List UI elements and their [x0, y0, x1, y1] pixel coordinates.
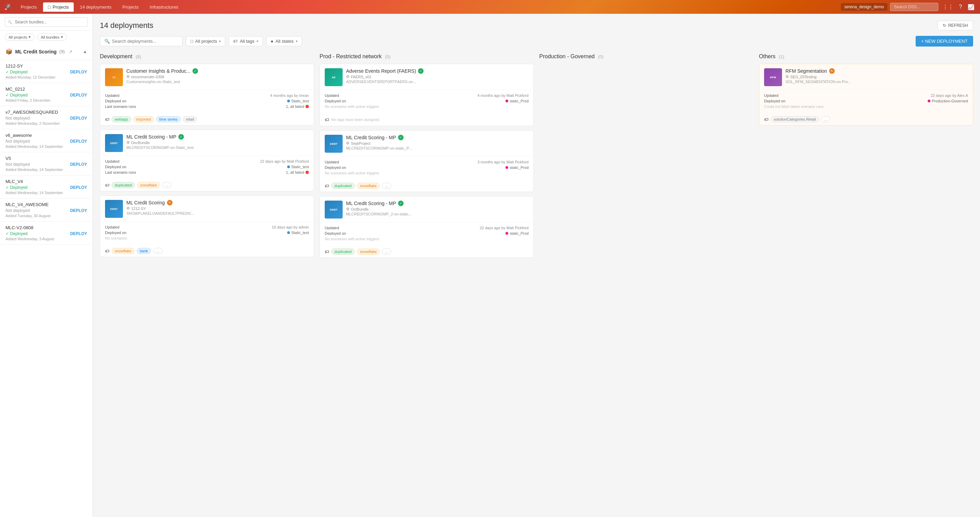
tag-duplicated[interactable]: duplicated [111, 182, 135, 188]
refresh-label: REFRESH [948, 23, 968, 28]
card-header: CI Customer Insights & Produc... ✓ ⚙ rec… [100, 64, 314, 86]
refresh-button[interactable]: ↻ REFRESH [938, 21, 973, 30]
deploy-button[interactable]: DEPLOY [70, 162, 87, 167]
sidebar-item: 1212-SY ✓ Deployed DEPLOY Added Monday, … [0, 60, 92, 83]
card-mlcredit-oct[interactable]: DEBT ML Credit Scoring - MP ✓ ⚙ OctBundl… [320, 196, 534, 258]
card-name: Customer Insights & Produc... ✓ [126, 68, 309, 74]
deployed-label: Deployed on [105, 99, 126, 103]
tag-snowflake[interactable]: snowflake [137, 182, 160, 188]
sidebar-search-input[interactable] [5, 17, 88, 27]
tags-icon: 🏷 [764, 117, 768, 122]
states-filter-dropdown[interactable]: ● All states ▾ [266, 36, 302, 46]
card-deployed-row: Deployed on static_Prod [325, 99, 528, 103]
tag-bank[interactable]: bank [137, 248, 151, 254]
deploy-button[interactable]: DEPLOY [70, 116, 87, 121]
nav-tab-deployments[interactable]: 14 deployments [75, 2, 116, 12]
chart-icon[interactable]: 📈 [966, 2, 976, 12]
more-tags-button[interactable]: ... [382, 183, 391, 189]
card-header: DEBT ML Credit Scoring - MP ✓ ⚙ DecBundl… [100, 130, 314, 152]
card-customer-insights[interactable]: CI Customer Insights & Produc... ✓ ⚙ rec… [100, 64, 314, 126]
tag-snowflake[interactable]: snowflake [357, 249, 380, 255]
card-body: Updated 22 days ago by Matt Pickford Dep… [320, 222, 533, 246]
states-filter-icon: ● [270, 38, 274, 44]
column-prod-restricted: Prod - Restricted network (5) AE Adverse… [320, 53, 534, 262]
more-tags-button[interactable]: ... [382, 249, 391, 255]
card-thumbnail: CI [105, 68, 123, 86]
tags-filter-dropdown[interactable]: 🏷 All tags ▾ [229, 36, 263, 46]
nav-right-section: serena_design_demo ⋮⋮ ? 📈 [841, 2, 976, 12]
card-scenario-row: Could not fetch latest scenario runs [764, 104, 968, 109]
card-faers[interactable]: AE Adverse Events Report (FAERS) ✓ ⚙ FAE… [320, 64, 534, 126]
sidebar-item-status: Not deployed DEPLOY [5, 162, 87, 167]
nav-tab-deployments-label: 14 deployments [80, 5, 111, 10]
deploy-button[interactable]: DEPLOY [70, 208, 87, 213]
card-bundle: ⚙ SeptProject [346, 141, 528, 145]
sidebar-item-name: V5 [5, 156, 87, 161]
deployment-search-input[interactable] [112, 38, 178, 44]
updated-label: Updated [105, 159, 119, 163]
card-deploy-name: MLCREDITSCORINGMP-on-Static_test [126, 145, 309, 150]
sidebar-filter-bundles[interactable]: All bundles ▾ [37, 34, 67, 41]
tag-solution-retail[interactable]: solutionCategories.Retail [771, 116, 819, 122]
sidebar-filter-projects-label: All projects [9, 35, 27, 39]
deployed-label: Deployed on [105, 231, 126, 235]
nav-tab-deployer[interactable]: Projects [16, 2, 42, 12]
card-rfm-segmentation[interactable]: RFM RFM Segmentation ↻ ⚙ SEG_03Testing S… [759, 64, 973, 126]
tag-timeseries[interactable]: time series [156, 116, 180, 122]
help-icon[interactable]: ? [958, 2, 964, 11]
sidebar-external-icon[interactable]: ↗ [69, 49, 72, 54]
card-deployed-row: Deployed on Production-Governed [764, 99, 968, 103]
deploy-button[interactable]: DEPLOY [70, 231, 87, 236]
more-tags-button[interactable]: ... [821, 116, 830, 122]
no-scenarios-label: No scenarios with active triggers [325, 171, 379, 175]
card-name: Adverse Events Report (FAERS) ✓ [346, 68, 528, 74]
card-body: Updated 22 days ago by Matt Pickford Dep… [100, 155, 314, 179]
deploy-button[interactable]: DEPLOY [70, 139, 87, 144]
sidebar-item: MLC_V4 ✓ Deployed DEPLOY Added Wednesday… [0, 176, 92, 198]
more-tags-button[interactable]: ... [153, 248, 162, 254]
more-tags-button[interactable]: ... [162, 182, 172, 188]
sidebar-collapse-icon[interactable]: ▲ [83, 49, 87, 54]
bundle-icon: ⚙ [126, 206, 130, 211]
scenario-fail-icon [305, 171, 309, 174]
bundle-icon: ⚙ [346, 75, 350, 79]
card-footer: 🏷 webapp imported time series retail [100, 113, 314, 125]
scenario-value: 1, all failed [286, 170, 309, 174]
nav-square-icon: □ [48, 5, 51, 10]
tag-snowflake[interactable]: snowflake [111, 248, 135, 254]
card-updated-row: Updated 4 months ago by Matt Pickford [325, 93, 528, 97]
nav-tab-infrastructures[interactable]: Infrastructures [145, 2, 183, 12]
nav-tab-projects2[interactable]: Projects [118, 2, 143, 12]
card-mlcredit-sept[interactable]: DEBT ML Credit Scoring - MP ✓ ⚙ SeptProj… [320, 130, 534, 192]
column-others: Others (1) RFM RFM Segmentation ↻ [759, 53, 973, 262]
deploy-button[interactable]: DEPLOY [70, 93, 87, 97]
sidebar-filter-projects[interactable]: All projects ▾ [5, 34, 35, 41]
card-mlcredit-dec[interactable]: DEBT ML Credit Scoring - MP ✓ ⚙ DecBundl… [100, 129, 314, 191]
card-deployed-row: Deployed on Static_test [105, 165, 309, 169]
deployed-label: Deployed on [325, 231, 346, 235]
tag-retail[interactable]: retail [183, 116, 197, 122]
new-deployment-button[interactable]: + NEW DEPLOYMENT [916, 36, 973, 46]
projects-filter-dropdown[interactable]: □ All projects ▾ [186, 36, 225, 46]
card-deploy-name: SNOWFLAKELOANDEFAULTPREDIC... [126, 211, 309, 215]
grid-icon[interactable]: ⋮⋮ [941, 2, 955, 12]
column-governed-count: (0) [598, 54, 604, 59]
nav-search-input[interactable] [890, 3, 938, 11]
tag-webapp[interactable]: webapp [111, 116, 131, 122]
no-tags-label: No tags have been assigned [331, 116, 379, 123]
search-box: 🔍 [100, 36, 183, 46]
card-mlcredit-1212[interactable]: DEBT ML Credit Scoring ↻ ⚙ 1212-SY SNOWF… [100, 195, 314, 257]
card-deploy-name: Customerinsights-on-Static_test [126, 80, 309, 84]
sidebar-filter-projects-chevron: ▾ [29, 35, 31, 39]
tag-snowflake[interactable]: snowflake [357, 183, 380, 189]
top-navigation: 🚀 Projects □ Projects 14 deployments Pro… [0, 0, 980, 14]
tag-imported[interactable]: imported [133, 116, 154, 122]
deploy-button[interactable]: DEPLOY [70, 185, 87, 190]
tag-duplicated[interactable]: duplicated [331, 183, 355, 189]
tag-duplicated[interactable]: duplicated [331, 249, 355, 255]
deployed-label: Deployed on [764, 99, 786, 103]
sidebar-search-section [0, 14, 92, 31]
status-deployed: ✓ Deployed [5, 185, 27, 190]
nav-tab-projects[interactable]: □ Projects [43, 2, 74, 12]
deploy-button[interactable]: DEPLOY [70, 70, 87, 75]
